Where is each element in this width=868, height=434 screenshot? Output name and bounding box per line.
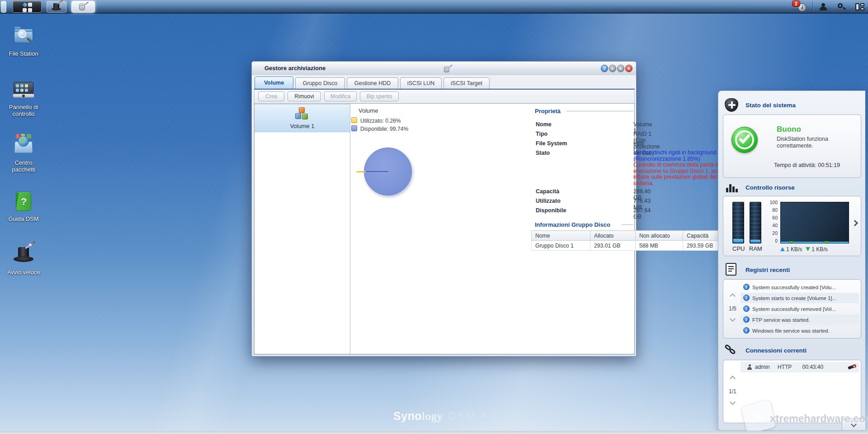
recent-logs-box: 1/5 iSystem successfully created [Volu..… [723, 279, 861, 339]
prop-value-filesystem: ext4 [633, 140, 644, 147]
prop-label-utilizzato: Utilizzato [536, 198, 561, 204]
legend-used-swatch [351, 117, 357, 123]
user-menu-icon[interactable] [819, 3, 827, 10]
help-button[interactable]: ? [601, 65, 608, 72]
log-row[interactable]: iFTP service was started. [741, 315, 859, 325]
volume-list-item[interactable]: Volume 1 [255, 104, 350, 132]
ram-label: RAM [749, 245, 762, 252]
status-state: Buono [777, 125, 801, 134]
disk-group-table: Nome Allocato Non allocato Capacità Grup… [531, 230, 725, 251]
system-status-icon [725, 98, 738, 112]
desktop-icon-package-center[interactable]: Centro pacchetti [3, 134, 44, 173]
log-row[interactable]: iSystem successfully created [Volu... [741, 282, 859, 292]
tab-iscsi-target[interactable]: iSCSI Target [443, 77, 490, 89]
volume-pie-chart [364, 148, 412, 196]
beep-off-button[interactable]: Bip spento [360, 91, 399, 101]
stato-parity-warning-text: Controllo di coerenza della parità in es… [633, 162, 721, 186]
connections-icon [725, 343, 738, 357]
taskbar-quickstart-button[interactable] [47, 1, 66, 13]
desktop-icon-label: Avvio veloce [3, 269, 44, 276]
legend-free-swatch [351, 125, 357, 131]
desktop-icon-file-station[interactable]: File Station [3, 25, 44, 57]
ytick-80: 80 [767, 207, 778, 213]
volume-item-label: Volume 1 [255, 123, 350, 129]
network-throughput: 1 KB/s1 KB/s [780, 246, 828, 253]
search-icon[interactable] [837, 3, 845, 11]
upload-rate: 1 KB/s [786, 246, 802, 253]
log-row[interactable]: iSystem successfully removed [Vol... [741, 304, 859, 314]
connections-empty-area [741, 372, 859, 421]
connections-box: 1/1 admin HTTP 00:43:40 [723, 360, 861, 423]
connection-row[interactable]: admin HTTP 00:43:40 [741, 362, 859, 372]
log-row[interactable]: iWindows file service was started. [741, 325, 859, 336]
legend-free: Disponibile: 99.74% [360, 126, 408, 132]
desktop-icon-quick-start[interactable]: Avvio veloce [3, 243, 44, 276]
storage-manager-window: Gestore archiviazione ? • + × Volume Gru… [251, 61, 637, 357]
collapse-chevron-icon [851, 421, 857, 427]
download-arrow-icon [806, 247, 810, 251]
disk-group-row[interactable]: Gruppo Disco 1 293.01 GB 588 MB 293.59 G… [532, 241, 725, 251]
edit-button[interactable]: Modifica [324, 91, 357, 101]
bottom-strip [0, 431, 868, 434]
magic-hat-icon [51, 3, 62, 12]
tab-strip: Volume Gruppo Disco Gestione HDD iSCSI L… [252, 75, 636, 90]
recent-logs-icon [726, 263, 736, 276]
cpu-gauge [732, 202, 744, 243]
info-icon: i [743, 305, 750, 312]
close-button[interactable]: × [625, 65, 632, 72]
download-rate: 1 KB/s [811, 246, 827, 253]
connections-page-down[interactable] [730, 399, 736, 405]
network-graph [780, 202, 849, 243]
logs-page-up[interactable] [730, 293, 736, 299]
volume-list: Volume 1 [255, 104, 350, 354]
taskbar-storage-manager-button[interactable] [71, 1, 95, 13]
tab-volume[interactable]: Volume [255, 76, 293, 89]
logs-page-indicator: 1/5 [729, 305, 736, 312]
log-row[interactable]: iSystem starts to create [Volume 1]... [741, 293, 859, 303]
desktop: i 2 File Station Pannello di controllo C… [0, 0, 868, 434]
main-menu-icon [23, 3, 32, 12]
ram-gauge [750, 202, 761, 243]
prop-label-capacita: Capacità [536, 188, 559, 195]
pilot-view-icon[interactable] [855, 3, 864, 10]
package-center-icon [12, 134, 35, 157]
minimize-button[interactable]: • [609, 65, 616, 72]
disconnect-icon[interactable] [848, 364, 856, 371]
maximize-button[interactable]: + [617, 65, 624, 72]
connections-page-indicator: 1/1 [729, 388, 736, 395]
tab-iscsi-lun[interactable]: iSCSI LUN [400, 77, 442, 89]
desktop-icon-dsm-help[interactable]: ? Guida DSM [3, 190, 44, 222]
prop-label-tipo: Tipo [536, 131, 547, 137]
storage-manager-icon [78, 3, 88, 12]
desktop-icon-label: Pannello di controllo [3, 104, 44, 117]
show-desktop-button[interactable] [1, 1, 6, 13]
tab-gestione-hdd[interactable]: Gestione HDD [347, 77, 398, 89]
prop-label-filesystem: File System [536, 140, 567, 147]
status-description: DiskStation funziona correttamente. [777, 136, 849, 149]
connection-protocol: HTTP [778, 364, 792, 370]
main-menu-button[interactable] [13, 1, 42, 13]
create-button[interactable]: Crea [258, 91, 284, 101]
desktop-icon-control-panel[interactable]: Pannello di controllo [3, 78, 44, 117]
info-icon: i [743, 327, 750, 334]
resource-expand-chevron[interactable] [852, 220, 858, 226]
info-icon: i [743, 295, 750, 301]
sidebar-collapse-tab[interactable] [842, 419, 865, 430]
brand-serif: logy [422, 410, 443, 422]
window-titlebar[interactable]: Gestore archiviazione ? • + × [252, 62, 636, 75]
ytick-60: 60 [767, 215, 778, 220]
connections-page-up[interactable] [730, 376, 736, 382]
ytick-40: 40 [767, 223, 778, 228]
prop-label-disponibile: Disponibile [536, 207, 566, 214]
recent-logs-title: Registri recenti [745, 267, 790, 273]
tab-gruppo-disco[interactable]: Gruppo Disco [295, 77, 345, 89]
remove-button[interactable]: Rimuovi [288, 91, 321, 101]
status-uptime: Tempo di attività: 00:51:19 [774, 162, 840, 168]
dsm-version: DSM 4.1 [448, 410, 499, 422]
system-status-title: Stato del sistema [745, 102, 796, 109]
logs-page-down[interactable] [730, 316, 736, 322]
stato-resync-text: Verifica dischi rigidi in background (Ri… [633, 149, 717, 162]
widget-sidebar: Stato del sistema Buono DiskStation funz… [718, 91, 865, 431]
desktop-icon-label: Centro pacchetti [3, 159, 44, 173]
system-status-box: Buono DiskStation funziona correttamente… [723, 114, 861, 178]
